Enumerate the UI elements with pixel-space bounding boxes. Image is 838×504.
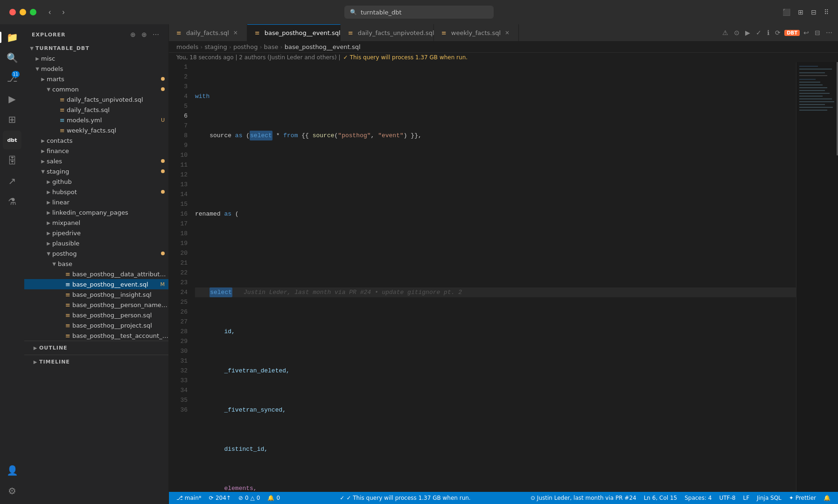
status-encoding[interactable]: UTF-8 [715, 495, 739, 501]
tree-folder-linear[interactable]: ▶ linear [24, 197, 168, 207]
info-btn[interactable]: ℹ [765, 28, 771, 37]
tree-folder-hubspot[interactable]: ▶ hubspot [24, 187, 168, 197]
debug-btn[interactable]: ⊙ [732, 28, 741, 37]
activity-source-control[interactable]: ⎇ 11 [3, 69, 21, 88]
tree-folder-misc[interactable]: ▶ misc [24, 53, 168, 63]
code-editor[interactable]: 1 2 3 4 5 6 7 8 9 10 11 12 13 14 15 16 1… [169, 62, 838, 492]
activity-account[interactable]: 👤 [3, 461, 21, 480]
tree-folder-staging[interactable]: ▼ staging [24, 166, 168, 176]
tree-file-daily-facts-unpivoted[interactable]: ≡ daily_facts_unpivoted.sql [24, 94, 168, 105]
status-bell[interactable]: 🔔 [820, 495, 834, 501]
code-content[interactable]: with source as ( select * from {{ source… [191, 62, 796, 492]
tab-close-daily-facts[interactable]: × [232, 29, 239, 36]
forward-button[interactable]: › [59, 6, 67, 18]
new-file-button[interactable]: ⊕ [128, 30, 138, 39]
activity-run[interactable]: ▶ [3, 90, 21, 108]
panel-btn[interactable]: ⊟ [813, 28, 822, 37]
tree-folder-contacts[interactable]: ▶ contacts [24, 135, 168, 146]
new-folder-button[interactable]: ⊕ [140, 30, 149, 39]
check-btn[interactable]: ✓ [754, 28, 763, 37]
tree-file-models-yml[interactable]: ≡ models.yml U [24, 115, 168, 125]
run-btn[interactable]: ▶ [743, 28, 752, 37]
tree-folder-base[interactable]: ▼ base [24, 259, 168, 269]
tab-weekly-facts[interactable]: ≡ weekly_facts.sql × [434, 24, 519, 41]
activity-search[interactable]: 🔍 [3, 49, 21, 67]
status-changes[interactable]: ⟳ 204↑ [205, 492, 235, 504]
activity-extensions[interactable]: ⊞ [3, 110, 21, 129]
tree-file-insight[interactable]: ≡ base_posthog__insight.sql [24, 289, 168, 300]
close-button[interactable] [9, 9, 16, 15]
tree-folder-models[interactable]: ▼ models [24, 63, 168, 74]
titlebar-search[interactable]: 🔍 turntable_dbt [344, 6, 494, 19]
status-notifs[interactable]: 🔔 0 [264, 492, 284, 504]
tree-folder-mixpanel[interactable]: ▶ mixpanel [24, 217, 168, 228]
activity-dbt[interactable]: dbt [3, 131, 21, 149]
activity-database[interactable]: 🗄 [3, 151, 21, 170]
activity-lineage[interactable]: ↗ [3, 172, 21, 190]
outline-header[interactable]: ▶ OUTLINE [24, 343, 168, 353]
timeline-header[interactable]: ▶ TIMELINE [24, 357, 168, 367]
breadcrumb-base[interactable]: base [264, 43, 279, 50]
back-button[interactable]: ‹ [46, 6, 54, 18]
tree-file-person-name[interactable]: ≡ base_posthog__person_name.sql [24, 300, 168, 310]
tree-folder-plausible[interactable]: ▶ plausible [24, 238, 168, 248]
breadcrumb-staging[interactable]: staging [204, 43, 227, 50]
status-cursor[interactable]: Ln 6, Col 15 [640, 495, 681, 501]
tree-folder-marts[interactable]: ▶ marts [24, 74, 168, 84]
outline-label: OUTLINE [39, 345, 68, 351]
tree-folder-pipedrive[interactable]: ▶ pipedrive [24, 228, 168, 238]
status-errors[interactable]: ⊘ 0 △ 0 [235, 492, 264, 504]
tab-daily-facts[interactable]: ≡ daily_facts.sql × [169, 24, 247, 41]
tree-folder-linkedin[interactable]: ▶ linkedin_company_pages [24, 207, 168, 217]
error-icon-btn[interactable]: ⚠ [720, 28, 730, 37]
tree-file-daily-facts[interactable]: ≡ daily_facts.sql [24, 105, 168, 115]
more-icon[interactable]: ⠿ [822, 7, 831, 18]
line-num-32: 32 [173, 366, 188, 376]
split-icon[interactable]: ⊞ [796, 7, 805, 18]
tree-folder-common[interactable]: ▼ common [24, 84, 168, 94]
breadcrumb-posthog[interactable]: posthog [233, 43, 258, 50]
tree-folder-posthog[interactable]: ▼ posthog [24, 248, 168, 259]
tree-file-project[interactable]: ≡ base_posthog__project.sql [24, 320, 168, 330]
minimize-button[interactable] [20, 9, 26, 15]
activity-explorer[interactable]: 📁 [3, 28, 21, 47]
folder-github-label: github [52, 178, 168, 185]
status-query-warn[interactable]: ✓ ✓ This query will process 1.37 GB when… [284, 492, 527, 504]
file-models-yml-label: models.yml [67, 117, 161, 124]
branch-icon: ⎇ [176, 495, 183, 501]
tree-file-base-posthog-event[interactable]: ≡ base_posthog__event.sql M [24, 279, 168, 289]
tab-sql-icon: ≡ [441, 29, 447, 36]
tab-close-weekly-facts[interactable]: × [503, 29, 511, 36]
breadcrumb-models[interactable]: models [176, 43, 198, 50]
breadcrumb-current-file[interactable]: base_posthog__event.sql [285, 43, 361, 50]
more-tabs-btn[interactable]: ⋯ [824, 28, 834, 37]
line-num-5: 5 [173, 101, 188, 111]
status-language[interactable]: Jinja SQL [753, 495, 785, 501]
tree-file-data-attribute[interactable]: ≡ base_posthog__data_attribute.sql [24, 269, 168, 279]
tab-daily-facts-unpivoted-label: daily_facts_unpivoted.sql [358, 29, 434, 36]
undo-btn[interactable]: ↩ [802, 28, 811, 37]
tree-folder-github[interactable]: ▶ github [24, 176, 168, 187]
sync-btn[interactable]: ⟳ [773, 28, 782, 37]
code-comma: , [371, 131, 378, 140]
tree-file-person[interactable]: ≡ base_posthog__person.sql [24, 310, 168, 320]
tab-base-posthog-event[interactable]: ≡ base_posthog__event.sql M × [247, 24, 341, 41]
tree-folder-sales[interactable]: ▶ sales [24, 156, 168, 166]
panel-icon[interactable]: ⊟ [809, 7, 818, 18]
maximize-button[interactable] [30, 9, 36, 15]
tree-root[interactable]: ▼ TURNTABLE_DBT [24, 43, 168, 53]
tree-file-test-account[interactable]: ≡ base_posthog__test_account_filt... [24, 330, 168, 341]
status-git-blame[interactable]: ⊙ Justin Leder, last month via PR #24 [527, 495, 640, 501]
tree-file-weekly-facts[interactable]: ≡ weekly_facts.sql [24, 125, 168, 135]
tab-daily-facts-unpivoted[interactable]: ≡ daily_facts_unpivoted.sql × [341, 24, 434, 41]
layout-icon[interactable]: ⬛ [781, 7, 792, 18]
more-actions-button[interactable]: ⋯ [151, 30, 161, 39]
activity-flask[interactable]: ⚗ [3, 192, 21, 211]
status-spaces[interactable]: Spaces: 4 [681, 495, 715, 501]
tree-folder-finance[interactable]: ▶ finance [24, 146, 168, 156]
encoding-text: UTF-8 [719, 495, 735, 501]
status-formatter[interactable]: ✦ Prettier [785, 495, 820, 501]
activity-settings[interactable]: ⚙ [3, 482, 21, 500]
status-branch[interactable]: ⎇ main* [173, 492, 205, 504]
status-line-ending[interactable]: LF [739, 495, 753, 501]
